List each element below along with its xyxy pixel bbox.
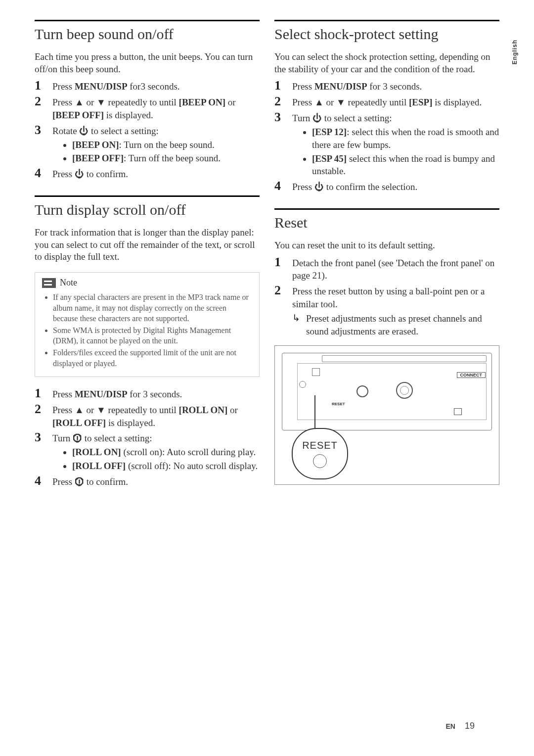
reset-callout-label: RESET — [302, 440, 338, 451]
step-text: Press ⏻ to confirm the selection. — [292, 181, 499, 193]
note-title: Note — [60, 278, 77, 288]
down-icon: ▼ — [96, 405, 106, 415]
heading-shock: Select shock-protect setting — [274, 25, 499, 43]
footer-page: 19 — [465, 721, 475, 731]
step-text: Press MENU/DISP for 3 seconds. — [52, 388, 260, 401]
step-text: Detach the front panel (see 'Detach the … — [292, 257, 499, 282]
section-rule — [274, 208, 499, 210]
step-text: Press ⏼ to confirm. — [52, 475, 260, 488]
step-number: 1 — [274, 255, 292, 270]
left-column: Turn beep sound on/off Each time you pre… — [35, 20, 260, 489]
step-text: Turn ⏼ to select a setting: — [52, 432, 260, 445]
step-text: Press ▲ or ▼ repeatedly to until [BEEP O… — [52, 96, 260, 121]
step-text: Press the reset button by using a ball-p… — [292, 285, 499, 310]
step-number: 2 — [274, 283, 292, 298]
intro-shock: You can select the shock protection sett… — [274, 51, 499, 75]
result-arrow-icon: ↳ — [292, 312, 306, 337]
power-icon: ⏻ — [75, 169, 84, 179]
list-item: [ROLL ON] (scroll on): Auto scroll durin… — [72, 446, 260, 459]
power-icon: ⏻ — [79, 126, 89, 136]
right-column: Select shock-protect setting You can sel… — [274, 20, 499, 489]
step-text: Press ▲ or ▼ repeatedly to until [ROLL O… — [52, 404, 260, 429]
step-number: 2 — [274, 94, 292, 109]
result-line: ↳ Preset adjustments such as preset chan… — [292, 312, 499, 337]
note-icon — [42, 278, 56, 288]
step-text: Press ▲ or ▼ repeatedly until [ESP] is d… — [292, 96, 499, 109]
reset-diagram: CONNECT RESET RESET — [274, 345, 499, 485]
section-rule — [35, 195, 260, 197]
connect-label: CONNECT — [457, 372, 486, 378]
footer-lang: EN — [446, 722, 455, 730]
power-icon: ⏼ — [75, 476, 84, 487]
usb-icon — [454, 408, 462, 415]
step-number: 2 — [35, 402, 52, 417]
down-icon: ▼ — [336, 97, 346, 107]
reset-small-label: RESET — [332, 402, 345, 406]
list-item: [ROLL OFF] (scroll off): No auto scroll … — [72, 460, 260, 472]
list-item: [BEEP ON]: Turn on the beep sound. — [72, 139, 260, 151]
step-number: 1 — [35, 386, 52, 401]
result-text: Preset adjustments such as preset channe… — [306, 312, 499, 337]
power-icon: ⏻ — [314, 182, 324, 192]
up-icon: ▲ — [75, 97, 84, 107]
step-number: 4 — [274, 179, 292, 193]
note-item: If any special characters are present in… — [53, 292, 252, 324]
reset-callout: RESET — [292, 428, 348, 479]
list-item: [ESP 45] select this when the road is bu… — [312, 152, 499, 178]
device-body: CONNECT RESET — [282, 353, 492, 430]
steps-shock-cont: 4 Press ⏻ to confirm the selection. — [274, 179, 499, 193]
sub-list: [ESP 12]: select this when the road is s… — [292, 126, 499, 178]
steps-reset: 1 Detach the front panel (see 'Detach th… — [274, 255, 499, 311]
reset-hole-icon — [313, 454, 327, 468]
list-item: [BEEP OFF]: Turn off the beep sound. — [72, 152, 260, 165]
step-text: Rotate ⏻ to select a setting: — [52, 125, 260, 138]
steps-scroll: 1 Press MENU/DISP for 3 seconds. 2 Press… — [35, 386, 260, 445]
page-content: Turn beep sound on/off Each time you pre… — [0, 0, 534, 509]
heading-beep: Turn beep sound on/off — [35, 25, 260, 43]
list-item: [ESP 12]: select this when the road is s… — [312, 126, 499, 151]
step-text: Press MENU/DISP for 3 seconds. — [292, 80, 499, 93]
step-number: 4 — [35, 166, 52, 181]
intro-beep: Each time you press a button, the unit b… — [35, 51, 260, 75]
steps-scroll-cont: 4 Press ⏼ to confirm. — [35, 473, 260, 488]
up-icon: ▲ — [75, 405, 84, 415]
note-item: Folders/files exceed the supported limit… — [53, 347, 252, 369]
step-text: Press MENU/DISP for3 seconds. — [52, 80, 260, 93]
step-text: Turn ⏻ to select a setting: — [292, 112, 499, 125]
step-number: 3 — [35, 123, 52, 138]
language-tab: English — [511, 40, 518, 64]
note-list: If any special characters are present in… — [42, 292, 252, 369]
section-rule — [274, 20, 499, 21]
step-number: 3 — [35, 430, 52, 445]
section-rule — [35, 20, 260, 21]
steps-beep: 1 Press MENU/DISP for3 seconds. 2 Press … — [35, 78, 260, 137]
heading-scroll: Turn display scroll on/off — [35, 201, 260, 219]
device-slot — [322, 355, 487, 362]
step-number: 1 — [35, 78, 52, 93]
steps-beep-cont: 4 Press ⏻ to confirm. — [35, 166, 260, 181]
steps-shock: 1 Press MENU/DISP for 3 seconds. 2 Press… — [274, 78, 499, 125]
note-item: Some WMA is protected by Digital Rights … — [53, 325, 252, 346]
note-box: Note If any special characters are prese… — [35, 272, 260, 377]
intro-reset: You can reset the unit to its default se… — [274, 239, 499, 252]
intro-scroll: For track information that is longer tha… — [35, 227, 260, 263]
down-icon: ▼ — [96, 97, 106, 107]
heading-reset: Reset — [274, 214, 499, 232]
step-number: 4 — [35, 473, 52, 488]
step-number: 2 — [35, 94, 52, 109]
page-footer: EN 19 — [446, 721, 475, 731]
power-icon: ⏻ — [312, 113, 322, 123]
eject-icon — [312, 368, 320, 376]
power-icon: ⏼ — [73, 433, 82, 443]
up-icon: ▲ — [314, 97, 324, 107]
step-text: Press ⏻ to confirm. — [52, 168, 260, 181]
sub-list: [BEEP ON]: Turn on the beep sound. [BEEP… — [52, 139, 260, 165]
step-number: 1 — [274, 78, 292, 93]
step-number: 3 — [274, 110, 292, 125]
sub-list: [ROLL ON] (scroll on): Auto scroll durin… — [52, 446, 260, 472]
